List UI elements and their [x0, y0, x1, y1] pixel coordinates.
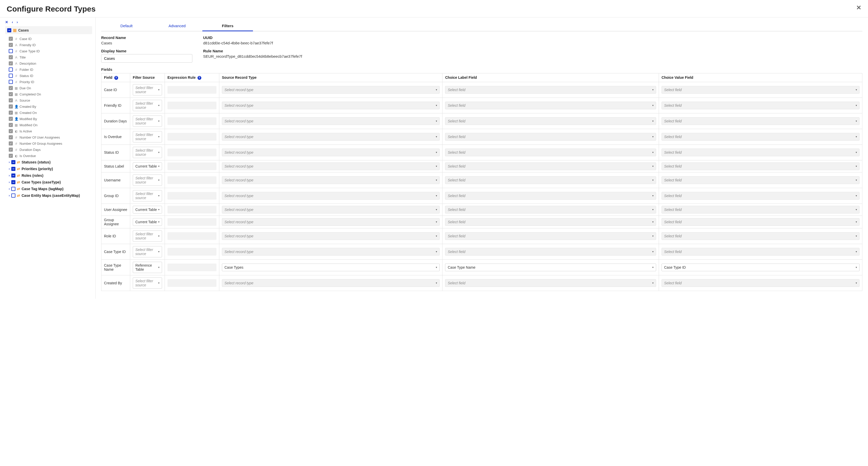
dropdown[interactable]: Select filter source▾ — [133, 131, 162, 142]
sidebar-next-icon[interactable]: › — [17, 20, 18, 24]
tab-advanced[interactable]: Advanced — [152, 21, 203, 31]
tree-group-item[interactable]: ›−⇄Roles (roles) — [5, 172, 92, 179]
dropdown[interactable]: Select record type▾ — [222, 86, 440, 94]
help-icon[interactable]: ? — [114, 76, 118, 80]
tree-field-item[interactable]: 👤Created By — [5, 103, 92, 109]
tree-field-item[interactable]: ▦Created On — [5, 109, 92, 116]
tree-field-item[interactable]: AFriendly ID — [5, 42, 92, 48]
dropdown[interactable]: Select record type▾ — [222, 176, 440, 184]
dropdown[interactable]: Select field▾ — [661, 162, 860, 170]
dropdown[interactable]: Select field▾ — [661, 232, 860, 240]
tree-group-item[interactable]: ›−⇄Statuses (status) — [5, 159, 92, 166]
chevron-right-icon[interactable]: › — [9, 160, 10, 164]
unchecked-icon[interactable] — [11, 194, 16, 198]
tab-filters[interactable]: Filters — [203, 21, 253, 31]
tree-field-item[interactable]: ADescription — [5, 60, 92, 66]
dropdown[interactable]: Select field▾ — [661, 176, 860, 184]
dropdown[interactable]: Select field▾ — [445, 117, 656, 125]
checkbox-icon[interactable] — [9, 61, 13, 65]
partial-check-icon[interactable]: − — [11, 167, 16, 171]
tree-group-item[interactable]: ›−⇄Case Types (caseType) — [5, 179, 92, 186]
dropdown[interactable]: Select record type▾ — [222, 102, 440, 109]
dropdown[interactable]: Select record type▾ — [222, 218, 440, 226]
dropdown[interactable]: Select record type▾ — [222, 279, 440, 287]
dropdown[interactable]: Select filter source▾ — [133, 277, 162, 289]
checkbox-icon[interactable] — [9, 55, 13, 59]
dropdown[interactable]: Select field▾ — [445, 232, 656, 240]
display-name-input[interactable] — [101, 54, 192, 63]
help-icon[interactable]: ? — [197, 76, 202, 80]
close-icon[interactable]: ✕ — [856, 5, 861, 11]
dropdown[interactable]: Select record type▾ — [222, 232, 440, 240]
checkbox-icon[interactable] — [9, 154, 13, 158]
partial-check-icon[interactable]: − — [11, 180, 16, 184]
dropdown[interactable]: Select record type▾ — [222, 148, 440, 156]
dropdown[interactable]: Current Table▾ — [133, 218, 162, 226]
checkbox-icon[interactable] — [9, 104, 13, 108]
tree-group-item[interactable]: ›⇄Case Entity Maps (caseEntityMap) — [5, 192, 92, 199]
dropdown[interactable]: Select field▾ — [661, 133, 860, 141]
dropdown[interactable]: Select field▾ — [661, 248, 860, 256]
tab-default[interactable]: Default — [101, 21, 152, 31]
tree-field-item[interactable]: #Number Of Group Assignees — [5, 140, 92, 146]
tree-field-item[interactable]: ▦Completed On — [5, 91, 92, 97]
tree-field-item[interactable]: ◐Is Active — [5, 128, 92, 134]
collapse-icon[interactable]: − — [7, 28, 11, 32]
dropdown[interactable]: Select record type▾ — [222, 248, 440, 256]
dropdown[interactable]: Select field▾ — [445, 133, 656, 141]
dropdown[interactable]: Select field▾ — [661, 102, 860, 109]
dropdown[interactable]: Select field▾ — [661, 192, 860, 200]
checkbox-icon[interactable] — [9, 43, 13, 47]
dropdown[interactable]: Case Type Name▾ — [445, 264, 656, 271]
tree-field-item[interactable]: ▦Modified On — [5, 122, 92, 128]
chevron-right-icon[interactable]: › — [9, 194, 10, 197]
tree-field-item[interactable]: ▦Due On — [5, 85, 92, 91]
dropdown[interactable]: Select field▾ — [661, 117, 860, 125]
dropdown[interactable]: Select field▾ — [445, 176, 656, 184]
partial-check-icon[interactable]: − — [11, 160, 16, 164]
dropdown[interactable]: Select filter source▾ — [133, 190, 162, 201]
checkbox-icon[interactable] — [9, 135, 13, 139]
dropdown[interactable]: Select field▾ — [445, 148, 656, 156]
tree-field-item[interactable]: #Status ID — [5, 73, 92, 79]
checkbox-icon[interactable] — [9, 98, 13, 102]
tree-field-item[interactable]: #Number Of User Assignees — [5, 134, 92, 140]
dropdown[interactable]: Current Table▾ — [133, 206, 162, 213]
dropdown[interactable]: Select filter source▾ — [133, 174, 162, 186]
tree-root-cases[interactable]: − ▦ Cases — [5, 26, 92, 34]
dropdown[interactable]: Select record type▾ — [222, 117, 440, 125]
dropdown[interactable]: Select filter source▾ — [133, 147, 162, 158]
dropdown[interactable]: Select filter source▾ — [133, 230, 162, 242]
dropdown[interactable]: Select field▾ — [661, 86, 860, 94]
checkbox-icon[interactable] — [9, 117, 13, 121]
chevron-right-icon[interactable]: › — [9, 180, 10, 184]
tree-field-item[interactable]: ASource — [5, 97, 92, 103]
dropdown[interactable]: Select field▾ — [661, 279, 860, 287]
tree-group-item[interactable]: ›−⇄Priorities (priority) — [5, 166, 92, 172]
tree-field-item[interactable]: #Case Type ID — [5, 48, 92, 54]
dropdown[interactable]: Current Table▾ — [133, 162, 162, 170]
dropdown[interactable]: Case Type ID▾ — [661, 264, 860, 271]
dropdown[interactable]: Select record type▾ — [222, 206, 440, 213]
checkbox-icon[interactable] — [9, 147, 13, 152]
checkbox-icon[interactable] — [9, 37, 13, 41]
tree-field-item[interactable]: #Folder ID — [5, 66, 92, 73]
tree-field-item[interactable]: 👤Modified By — [5, 116, 92, 122]
checkbox-icon[interactable] — [9, 110, 13, 115]
dropdown[interactable]: Select field▾ — [445, 102, 656, 109]
dropdown[interactable]: Select field▾ — [445, 162, 656, 170]
dropdown[interactable]: Select field▾ — [445, 206, 656, 213]
dropdown[interactable]: Select record type▾ — [222, 192, 440, 200]
checkbox-icon[interactable] — [9, 129, 13, 133]
tree-field-item[interactable]: ATitle — [5, 54, 92, 60]
dropdown[interactable]: Select field▾ — [445, 279, 656, 287]
checkbox-icon[interactable] — [9, 49, 13, 53]
chevron-right-icon[interactable]: › — [9, 187, 10, 191]
checkbox-icon[interactable] — [9, 92, 13, 96]
dropdown[interactable]: Select record type▾ — [222, 162, 440, 170]
checkbox-icon[interactable] — [9, 74, 13, 78]
dropdown[interactable]: Case Types▾ — [222, 264, 440, 271]
dropdown[interactable]: Select filter source▾ — [133, 100, 162, 111]
tree-field-item[interactable]: #Priority ID — [5, 79, 92, 85]
tree-field-item[interactable]: ◐Is Overdue — [5, 153, 92, 159]
